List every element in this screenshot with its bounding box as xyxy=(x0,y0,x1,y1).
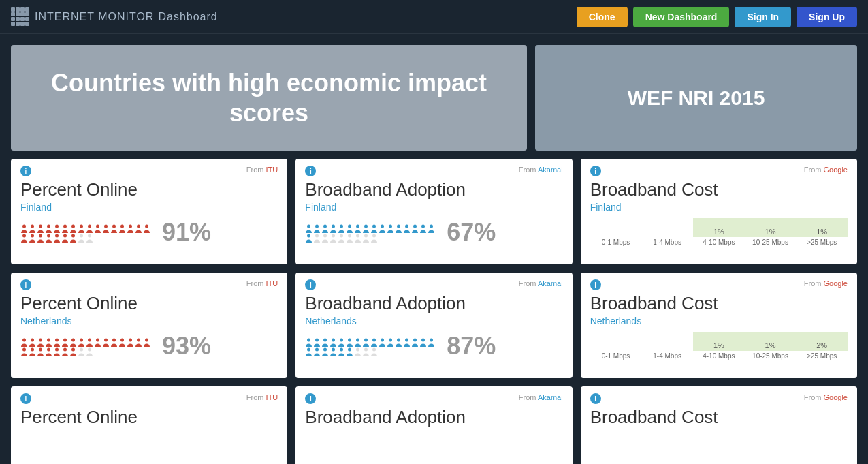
person-icon xyxy=(403,337,411,346)
info-icon[interactable]: i xyxy=(20,279,31,290)
card-broadband-cost-finland: i From Google Broadband CostFinland 0-1 … xyxy=(581,159,857,264)
bb-bar-row: 0-1 Mbps 1-4 Mbps 1% 4-10 Mbps 1% xyxy=(590,218,848,246)
svg-point-57 xyxy=(80,338,83,341)
info-icon[interactable]: i xyxy=(590,279,601,290)
clone-button[interactable]: Clone xyxy=(577,7,628,27)
card-header: i From Akamai xyxy=(305,393,562,404)
person-icon xyxy=(370,347,378,356)
svg-point-17 xyxy=(31,234,34,237)
svg-point-96 xyxy=(348,347,351,351)
card-percent-online-finland: i From ITU Percent OnlineFinland xyxy=(11,159,287,264)
card-title: Broadband Cost xyxy=(590,293,848,314)
person-icon xyxy=(338,337,345,346)
person-icon xyxy=(45,233,52,242)
bb-bar xyxy=(590,218,642,237)
card-title: Broadband Adoption xyxy=(305,293,562,314)
svg-point-99 xyxy=(372,347,376,351)
svg-point-35 xyxy=(389,224,392,228)
info-icon[interactable]: i xyxy=(305,279,316,290)
info-icon[interactable]: i xyxy=(305,166,316,176)
info-icon[interactable]: i xyxy=(20,393,31,404)
svg-point-37 xyxy=(405,224,408,228)
bb-bar-label: 4-10 Mbps xyxy=(703,352,735,360)
svg-point-19 xyxy=(47,234,50,237)
person-icon xyxy=(354,223,361,232)
person-icon xyxy=(379,223,386,232)
svg-point-65 xyxy=(145,338,148,341)
sign-in-button[interactable]: Sign In xyxy=(735,7,791,27)
person-icon xyxy=(338,347,345,356)
person-icon xyxy=(370,223,378,232)
svg-point-13 xyxy=(129,224,132,228)
person-count-row: 93% xyxy=(20,332,278,360)
card-header: i From ITU xyxy=(20,279,278,290)
svg-point-12 xyxy=(120,224,124,228)
card-broadband-adoption-finland: i From Akamai Broadband AdoptionFinland xyxy=(295,159,572,264)
person-icon xyxy=(329,347,337,356)
card-title: Broadband Cost xyxy=(590,179,848,200)
bb-bar: 1% xyxy=(693,218,745,237)
svg-point-44 xyxy=(332,234,335,237)
logo-area: INTERNET MONITOR Dashboard xyxy=(11,7,577,26)
svg-point-23 xyxy=(80,234,83,237)
card-source: From Akamai xyxy=(519,279,563,288)
bb-bar xyxy=(641,332,693,351)
bb-bar-cell: 2% >25 Mbps xyxy=(796,332,848,360)
bb-bar-label: 0-1 Mbps xyxy=(602,352,630,360)
card-header: i From Google xyxy=(590,279,848,290)
person-icon xyxy=(61,223,69,232)
main-banner: Countries with high economic impact scor… xyxy=(11,45,527,151)
svg-point-69 xyxy=(47,347,50,351)
bb-bar-label: 10-25 Mbps xyxy=(752,238,788,246)
person-icon xyxy=(362,347,370,356)
card-source: From ITU xyxy=(246,166,278,174)
bb-bar-cell: 0-1 Mbps xyxy=(590,218,642,246)
svg-point-75 xyxy=(307,338,310,341)
svg-point-2 xyxy=(39,224,42,228)
svg-point-18 xyxy=(39,234,42,237)
sign-up-button[interactable]: Sign Up xyxy=(797,7,857,27)
person-icon xyxy=(118,223,126,232)
person-icon xyxy=(321,337,329,346)
card-title: Broadband Cost xyxy=(590,407,848,428)
person-icon xyxy=(338,233,345,242)
person-icon xyxy=(313,337,321,346)
person-icon xyxy=(29,337,36,346)
card-grid: i From ITU Percent OnlineFinland xyxy=(11,159,857,464)
info-icon[interactable]: i xyxy=(305,393,316,404)
bb-bar-label: >25 Mbps xyxy=(807,352,837,360)
info-icon[interactable]: i xyxy=(20,166,31,176)
pct-label: 93% xyxy=(162,332,211,360)
person-icon xyxy=(346,337,353,346)
card-broadband-cost-row3: i From Google Broadband Cost xyxy=(581,386,857,464)
card-percent-online-row3: i From ITU Percent Online xyxy=(11,386,287,464)
svg-point-1 xyxy=(31,224,34,228)
bb-bar: 2% xyxy=(796,332,848,351)
bb-bar: 1% xyxy=(745,218,797,237)
card-header: i From Akamai xyxy=(305,166,562,176)
person-icon xyxy=(45,337,52,346)
svg-point-91 xyxy=(307,347,310,351)
info-icon[interactable]: i xyxy=(590,166,601,176)
svg-point-50 xyxy=(22,338,26,341)
bb-bar-label: >25 Mbps xyxy=(807,238,837,246)
svg-point-28 xyxy=(332,224,335,228)
card-source: From ITU xyxy=(246,279,278,288)
person-icon xyxy=(53,223,61,232)
persons-grid xyxy=(305,337,441,356)
pct-label: 87% xyxy=(447,332,496,360)
person-icon xyxy=(102,337,110,346)
svg-point-4 xyxy=(55,224,59,228)
card-header: i From Google xyxy=(590,166,848,176)
svg-point-20 xyxy=(55,234,59,237)
bb-bar: 1% xyxy=(796,218,848,237)
svg-point-24 xyxy=(88,234,91,237)
svg-point-81 xyxy=(356,338,359,341)
new-dashboard-button[interactable]: New Dashboard xyxy=(633,7,730,27)
person-icon xyxy=(127,223,134,232)
svg-point-15 xyxy=(145,224,148,228)
person-icon xyxy=(78,233,85,242)
svg-point-16 xyxy=(22,234,26,237)
info-icon[interactable]: i xyxy=(590,393,601,404)
svg-point-31 xyxy=(356,224,359,228)
